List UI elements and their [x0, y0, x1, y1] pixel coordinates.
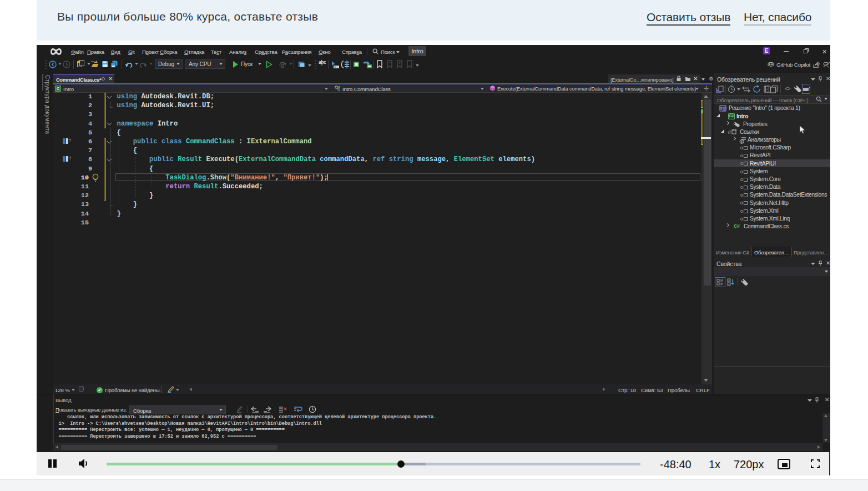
svg-text:i: i: [741, 139, 742, 143]
svg-text:8: 8: [728, 129, 731, 135]
svg-text:Z: Z: [728, 283, 730, 285]
svg-text:A: A: [728, 279, 730, 282]
